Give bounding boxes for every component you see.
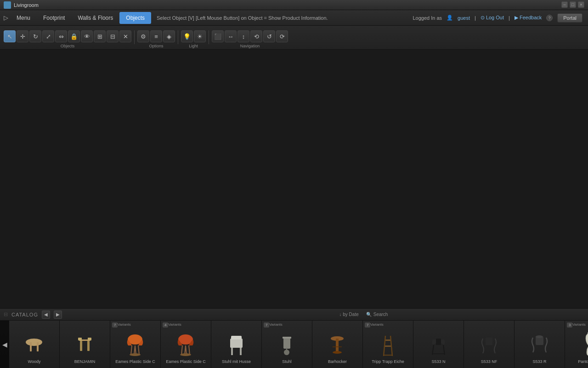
catalog-item-s533n[interactable]: S533 N [413, 321, 464, 368]
catalog-item-barhocker[interactable]: Barhocker [312, 321, 363, 368]
catalog-item-benjamin[interactable]: BENJAMIN [60, 321, 110, 368]
restore-button[interactable]: □ [570, 1, 576, 8]
item-name-woody: Woody [26, 359, 43, 364]
item-icon-panton [574, 328, 588, 358]
toolbar-nav4-btn[interactable]: ⟲ [250, 30, 262, 42]
item-icon-tripp [372, 328, 404, 358]
catalog-item-tripp[interactable]: 7 Variants Tripp Trapp Eiche [363, 321, 413, 368]
toolbar-option2-btn[interactable]: ≡ [150, 30, 162, 42]
catalog-item-eames2[interactable]: 4 Variants E [161, 321, 211, 368]
toolbar-eye-btn[interactable]: 👁 [81, 30, 93, 42]
catalog-sort[interactable]: ↓ by Date [339, 312, 359, 317]
app-icon [4, 1, 11, 9]
catalog-item-stuhl-husse[interactable]: Stuhl mit Husse [211, 321, 262, 368]
svg-rect-5 [87, 341, 90, 351]
toolbar-lock-btn[interactable]: 🔒 [68, 30, 80, 42]
item-name-stuhl-husse: Stuhl mit Husse [220, 359, 253, 364]
catalog-prev-page-btn[interactable]: ◀ [42, 310, 50, 319]
toolbar-nav1-btn[interactable]: ⬛ [212, 30, 224, 42]
username[interactable]: guest [458, 15, 470, 21]
menu-bar: ▷ Menu Footprint Walls & Floors Objects … [0, 10, 588, 26]
svg-point-19 [180, 353, 191, 356]
toolbar-light1-btn[interactable]: 💡 [181, 30, 193, 42]
variant-label-eames1: Variants [118, 322, 131, 327]
catalog-search[interactable]: 🔍 Search [366, 312, 388, 317]
svg-rect-20 [230, 339, 243, 348]
catalog-item-s533nf[interactable]: S533 NF [464, 321, 514, 368]
help-icon[interactable]: ? [546, 15, 553, 21]
menu-hint: Select Object [V] [Left Mouse Button] on… [157, 15, 413, 21]
toolbar-option1-btn[interactable]: ⚙ [137, 30, 149, 42]
logout-link[interactable]: ⊙ Log Out [481, 15, 504, 21]
portal-button[interactable]: Portal [557, 13, 582, 23]
toolbar-delete-btn[interactable]: ✕ [119, 30, 131, 42]
toolbar-sep-1 [134, 30, 135, 44]
variant-label-panton: Variants [572, 322, 586, 327]
objects-label: Objects [61, 44, 75, 48]
catalog-item-eames1[interactable]: 7 Variants E [110, 321, 161, 368]
item-name-barhocker: Barhocker [326, 359, 349, 364]
catalog-item-panton[interactable]: 3 Variants Panton Chair [565, 321, 588, 368]
toolbar-light2-btn[interactable]: ☀ [194, 30, 206, 42]
toolbar-rotate-btn[interactable]: ↻ [29, 30, 41, 42]
feedback-link[interactable]: ▶ Feedback [514, 15, 542, 21]
toolbar-group-btn[interactable]: ⊞ [94, 30, 106, 42]
title-bar: Livingroom – □ × [0, 0, 588, 10]
toolbar-mirror-btn[interactable]: ⇔ [55, 30, 67, 42]
item-name-benjamin: BENJAMIN [73, 359, 97, 364]
toolbar-sep-2 [178, 30, 178, 44]
catalog-header: ⊟ CATALOG ◀ ▶ ↓ by Date 🔍 Search × [0, 309, 588, 321]
svg-rect-4 [80, 341, 82, 351]
svg-line-16 [189, 345, 190, 355]
catalog-item-stuhl[interactable]: 7 Variants Stuhl [262, 321, 312, 368]
catalog-item-woody[interactable]: Woody [9, 321, 60, 368]
catalog-items-container: ◀ Woody [0, 321, 588, 368]
separator: | [475, 15, 476, 21]
item-name-stuhl: Stuhl [280, 359, 294, 364]
toolbar-move-btn[interactable]: ✛ [17, 30, 28, 42]
toolbar-select-btn[interactable]: ↖ [4, 30, 16, 42]
main-area: ▼ ◀ ⊟ CATALOG ◀ ▶ ↓ by Date 🔍 Search [0, 50, 588, 368]
item-icon-benjamin [69, 328, 101, 358]
catalog-scroll-prev[interactable]: ◀ [0, 321, 9, 368]
variant-label-eames2: Variants [168, 322, 181, 327]
svg-line-10 [138, 345, 139, 355]
menu-item-menu[interactable]: Menu [10, 12, 37, 24]
catalog-label: CATALOG [11, 312, 38, 317]
item-icon-eames1 [119, 328, 152, 358]
catalog-item-s533r[interactable]: S533 R [514, 321, 565, 368]
item-name-s533n: S533 N [430, 359, 447, 364]
catalog-icon: ⊟ [4, 311, 8, 317]
menu-item-objects[interactable]: Objects [119, 12, 151, 24]
minimize-button[interactable]: – [561, 1, 568, 8]
toolbar-ungroup-btn[interactable]: ⊟ [107, 30, 119, 42]
menu-item-walls-floors[interactable]: Walls & Floors [71, 12, 119, 24]
variant-badge-stuhl: 7 [264, 322, 269, 328]
toolbar-nav2-btn[interactable]: ↔ [225, 30, 237, 42]
toolbar-nav3-btn[interactable]: ↕ [237, 30, 249, 42]
toolbar-option3-btn[interactable]: ◈ [163, 30, 175, 42]
svg-line-18 [186, 345, 187, 355]
svg-line-9 [131, 345, 132, 355]
catalog-next-page-btn[interactable]: ▶ [54, 310, 62, 319]
svg-line-39 [443, 345, 445, 355]
toolbar-group-objects: ↖ ✛ ↻ ⤢ ⇔ 🔒 👁 ⊞ ⊟ ✕ Objects [4, 30, 131, 48]
item-name-panton: Panton Chair [576, 359, 588, 364]
toolbar-nav5-btn[interactable]: ↺ [263, 30, 275, 42]
svg-rect-7 [88, 338, 91, 340]
toolbar: ↖ ✛ ↻ ⤢ ⇔ 🔒 👁 ⊞ ⊟ ✕ Objects ⚙ ≡ ◈ Option… [0, 26, 588, 50]
objects-buttons: ↖ ✛ ↻ ⤢ ⇔ 🔒 👁 ⊞ ⊟ ✕ [4, 30, 131, 42]
close-button[interactable]: × [578, 1, 584, 8]
svg-rect-1 [30, 342, 32, 351]
svg-line-38 [432, 345, 434, 355]
menu-item-footprint[interactable]: Footprint [37, 12, 71, 24]
toolbar-nav6-btn[interactable]: ⟳ [276, 30, 288, 42]
variant-badge-eames2: 4 [163, 322, 168, 328]
item-icon-woody [18, 328, 51, 358]
variant-label-tripp: Variants [370, 322, 384, 327]
search-icon: 🔍 [366, 312, 372, 317]
logout-icon: ⊙ [481, 15, 485, 20]
cursor-icon: ▷ [4, 14, 8, 21]
toolbar-scale-btn[interactable]: ⤢ [42, 30, 54, 42]
viewport-column: ▼ ◀ ⊟ CATALOG ◀ ▶ ↓ by Date 🔍 Search [0, 50, 588, 368]
